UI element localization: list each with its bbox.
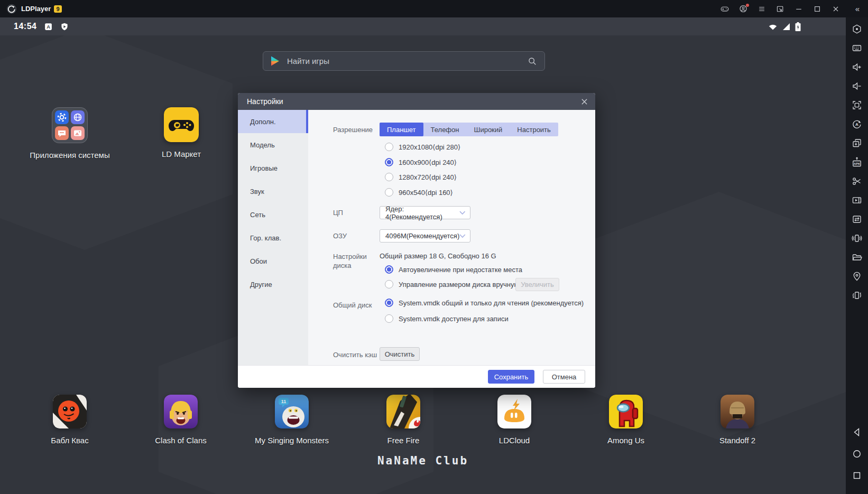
search-icon[interactable] — [528, 57, 537, 66]
volume-down-icon[interactable] — [846, 77, 868, 96]
ld-market-shortcut[interactable]: LD Маркет — [139, 107, 224, 159]
settings-nav-model[interactable]: Модель — [238, 133, 308, 156]
app-label: My Singing Monsters — [244, 436, 339, 445]
ram-select[interactable]: 4096M(Рекомендуется) — [380, 229, 470, 243]
save-button[interactable]: Сохранить — [488, 370, 534, 384]
shared-disk-writable-option[interactable]: System.vmdk доступен для записи — [380, 314, 509, 323]
settings-nav-other[interactable]: Другие — [238, 273, 308, 296]
multi-instance-icon[interactable] — [846, 134, 868, 153]
my-singing-monsters-icon: 11 — [275, 395, 309, 428]
mode-tab-wide[interactable]: Широкий — [466, 123, 510, 136]
app-among-us[interactable]: Among Us — [578, 395, 673, 445]
location-icon[interactable] — [846, 267, 868, 286]
settings-content: Разрешение Планшет Телефон Широкий Настр… — [308, 110, 595, 365]
app-standoff-2[interactable]: Standoff 2 — [690, 395, 785, 445]
app-free-fire[interactable]: Free Fire — [356, 395, 451, 445]
signal-icon — [782, 22, 791, 31]
radio-icon — [385, 158, 393, 166]
settings-mini-icon — [55, 110, 69, 124]
ldplayer-logo-icon — [6, 4, 17, 14]
dialog-close-icon[interactable] — [579, 97, 589, 106]
settings-nav: Дополн. Модель Игровые Звук Сеть Гор. кл… — [238, 110, 308, 365]
fixed-size-icon[interactable] — [776, 5, 784, 13]
mode-tab-phone[interactable]: Телефон — [423, 123, 467, 136]
clear-cache-button[interactable]: Очистить — [380, 347, 420, 361]
app-my-singing-monsters[interactable]: 11 My Singing Monsters — [244, 395, 339, 445]
radio-icon — [385, 280, 393, 288]
fullscreen-icon[interactable] — [846, 96, 868, 115]
close-icon[interactable] — [832, 5, 840, 13]
disk-auto-option[interactable]: Автоувеличение при недостатке места — [380, 265, 522, 274]
dialog-header[interactable]: Настройки — [238, 93, 595, 110]
search-input[interactable] — [287, 57, 528, 66]
screenshot-icon[interactable] — [846, 172, 868, 191]
screen-record-icon[interactable] — [846, 191, 868, 210]
menu-icon[interactable] — [758, 5, 766, 13]
disk-manual-option[interactable]: Управление размером диска вручную — [380, 280, 519, 288]
settings-dialog: Настройки Дополн. Модель Игровые Звук Се… — [238, 93, 595, 388]
clash-of-clans-icon — [164, 395, 198, 428]
ld-market-icon — [164, 107, 199, 142]
resolution-option-960[interactable]: 960x540⟨dpi 160⟩ — [380, 188, 453, 197]
orientation-icon[interactable]: A — [846, 115, 868, 134]
gamepad-icon[interactable] — [721, 5, 729, 13]
settings-nav-network[interactable]: Сеть — [238, 203, 308, 226]
settings-nav-sound[interactable]: Звук — [238, 180, 308, 203]
settings-nav-game[interactable]: Игровые — [238, 156, 308, 180]
resolution-mode-tabs: Планшет Телефон Широкий Настроить — [380, 123, 558, 136]
minimize-icon[interactable] — [795, 5, 803, 13]
browser-mini-icon — [71, 110, 85, 124]
standoff-2-icon — [721, 395, 754, 428]
account-icon[interactable] — [739, 5, 747, 13]
android-statusbar: 14:54 A — [0, 17, 846, 35]
shake-icon[interactable] — [846, 229, 868, 248]
clock: 14:54 — [14, 22, 36, 31]
app-ldcloud[interactable]: LDCloud — [467, 395, 562, 445]
chevron-down-icon — [459, 211, 466, 215]
rotate-screen-icon[interactable] — [846, 286, 868, 305]
app-label: Clash of Clans — [133, 436, 228, 445]
keyboard-layout-icon: A — [44, 22, 53, 31]
maximize-icon[interactable] — [813, 5, 821, 13]
app-clash-of-clans[interactable]: Clash of Clans — [133, 395, 228, 445]
shared-disk-readonly-option[interactable]: System.vmdk общий и только для чтения (р… — [380, 299, 584, 307]
settings-nav-advanced[interactable]: Дополн. — [238, 110, 308, 133]
resolution-option-1600[interactable]: 1600x900⟨dpi 240⟩ — [380, 158, 457, 166]
collapse-toolbar-icon[interactable]: « — [855, 4, 860, 13]
apk-install-icon[interactable]: APK — [846, 153, 868, 172]
operations-icon[interactable] — [846, 20, 868, 39]
app-label: Among Us — [578, 436, 673, 445]
sync-icon[interactable] — [846, 210, 868, 229]
shared-folder-icon[interactable] — [846, 248, 868, 267]
settings-nav-wallpaper[interactable]: Обои — [238, 249, 308, 273]
game-search-bar[interactable] — [263, 51, 545, 71]
desktop: Приложения системы LD Маркет — [0, 17, 846, 494]
mode-tab-tablet[interactable]: Планшет — [380, 123, 423, 136]
app-label: Standoff 2 — [690, 436, 785, 445]
increase-disk-button[interactable]: Увеличить — [515, 278, 559, 291]
android-home-button[interactable] — [846, 446, 868, 462]
ldcloud-icon — [497, 395, 531, 428]
wifi-icon — [768, 22, 778, 31]
clear-cache-label: Очистить кэш — [333, 350, 381, 359]
svg-text:A: A — [855, 122, 858, 127]
volume-up-icon[interactable] — [846, 58, 868, 77]
resolution-option-1920[interactable]: 1920x1080⟨dpi 280⟩ — [380, 143, 460, 151]
android-recents-button[interactable] — [846, 468, 868, 483]
cpu-select[interactable]: Ядер: 4(Рекомендуется) — [380, 206, 470, 219]
android-back-button[interactable] — [846, 424, 868, 440]
settings-nav-hotkeys[interactable]: Гор. клав. — [238, 226, 308, 249]
play-protect-icon — [60, 22, 69, 31]
folder-label: Приложения системы — [27, 151, 112, 160]
system-apps-folder[interactable]: Приложения системы — [27, 107, 112, 160]
folder-preview — [52, 107, 88, 143]
app-bubble-kvas[interactable]: Бабл Квас — [22, 395, 117, 445]
svg-text:A: A — [47, 24, 51, 29]
resolution-option-1280[interactable]: 1280x720⟨dpi 240⟩ — [380, 173, 457, 181]
svg-text:11: 11 — [281, 399, 287, 404]
radio-icon — [385, 299, 393, 307]
app-label: Free Fire — [356, 436, 451, 445]
mode-tab-custom[interactable]: Настроить — [510, 123, 558, 136]
keyboard-icon[interactable] — [846, 39, 868, 58]
cancel-button[interactable]: Отмена — [543, 370, 585, 384]
